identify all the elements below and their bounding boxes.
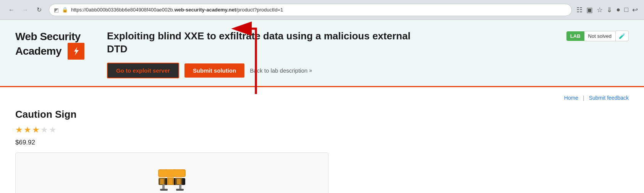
url-domain: web-security-academy.net bbox=[174, 7, 236, 13]
logo-line1: Web Security bbox=[15, 31, 84, 43]
star-icon[interactable]: ☆ bbox=[597, 6, 603, 14]
star-rating: ★ ★ ★ ★ ★ bbox=[15, 125, 629, 135]
star-3: ★ bbox=[32, 125, 40, 135]
logo-icon bbox=[68, 43, 84, 60]
browser-actions: ☷ ▣ ☆ ⇓ ● □ ↩ bbox=[576, 6, 638, 14]
lightning-icon bbox=[71, 46, 81, 56]
submit-solution-button[interactable]: Submit solution bbox=[184, 63, 244, 78]
exploit-server-button[interactable]: Go to exploit server bbox=[107, 63, 179, 78]
url-prefix: https://0abb000b0336bb6e804908f400ae002b… bbox=[71, 7, 174, 13]
logo-line2: Academy bbox=[15, 45, 61, 57]
shield-icon: ◩ bbox=[54, 7, 59, 13]
address-bar[interactable]: ◩ 🔒 https://0abb000b0336bb6e804908f400ae… bbox=[49, 4, 572, 16]
tab-icon[interactable]: ▣ bbox=[586, 6, 593, 14]
star-2: ★ bbox=[24, 125, 31, 135]
submit-feedback-link[interactable]: Submit feedback bbox=[589, 95, 629, 101]
svg-rect-12 bbox=[168, 179, 172, 184]
badge-lab: LAB bbox=[566, 31, 584, 41]
url-path: /product?productId=1 bbox=[236, 7, 283, 13]
url-text: https://0abb000b0336bb6e804908f400ae002b… bbox=[71, 7, 567, 13]
svg-marker-0 bbox=[74, 47, 79, 55]
download-icon[interactable]: ⇓ bbox=[607, 6, 612, 14]
forward-button[interactable]: → bbox=[20, 5, 31, 15]
svg-rect-11 bbox=[160, 179, 164, 184]
star-4: ★ bbox=[40, 125, 48, 135]
logo-text-group: Web Security Academy bbox=[15, 31, 84, 60]
svg-rect-10 bbox=[176, 189, 184, 191]
product-title: Caution Sign bbox=[15, 109, 629, 120]
product-image-box bbox=[15, 152, 328, 193]
lab-title: Exploiting blind XXE to exfiltrate data … bbox=[107, 30, 420, 56]
nav-buttons: ← → ↻ bbox=[6, 5, 44, 15]
main-content: Home | Submit feedback Caution Sign ★ ★ … bbox=[0, 87, 644, 193]
header-inner: Web Security Academy Exploiting blind XX… bbox=[15, 28, 629, 86]
star-5: ★ bbox=[49, 125, 57, 135]
svg-rect-13 bbox=[177, 179, 181, 184]
back-label: Back to lab description bbox=[250, 67, 307, 74]
lock-icon: 🔒 bbox=[62, 7, 68, 13]
home-link[interactable]: Home bbox=[564, 95, 578, 101]
badge-status: Not solved bbox=[584, 31, 616, 41]
extensions-icon[interactable]: □ bbox=[624, 6, 628, 14]
nav-separator: | bbox=[583, 95, 584, 101]
lab-buttons: Go to exploit server Submit solution Bac… bbox=[107, 63, 551, 86]
back-button[interactable]: ← bbox=[6, 5, 17, 15]
lab-badge: LAB Not solved 🧪 bbox=[566, 31, 629, 41]
star-1: ★ bbox=[15, 125, 23, 135]
history-icon[interactable]: ↩ bbox=[632, 6, 638, 14]
browser-chrome: ← → ↻ ◩ 🔒 https://0abb000b0336bb6e804908… bbox=[0, 0, 644, 20]
header-section: Web Security Academy Exploiting blind XX… bbox=[0, 20, 644, 87]
reload-button[interactable]: ↻ bbox=[34, 5, 44, 15]
profile-icon[interactable]: ● bbox=[616, 6, 620, 14]
qr-icon[interactable]: ☷ bbox=[576, 6, 583, 14]
lab-info: Exploiting blind XXE to exfiltrate data … bbox=[107, 28, 551, 86]
logo[interactable]: Web Security Academy bbox=[15, 28, 92, 60]
top-nav-links: Home | Submit feedback bbox=[15, 95, 629, 101]
back-to-lab-button[interactable]: Back to lab description » bbox=[250, 67, 312, 74]
product-image bbox=[155, 158, 189, 193]
product-price: $69.92 bbox=[15, 139, 629, 146]
svg-rect-9 bbox=[160, 189, 168, 191]
chevron-right-icon: » bbox=[309, 67, 312, 73]
flask-icon: 🧪 bbox=[616, 31, 629, 41]
